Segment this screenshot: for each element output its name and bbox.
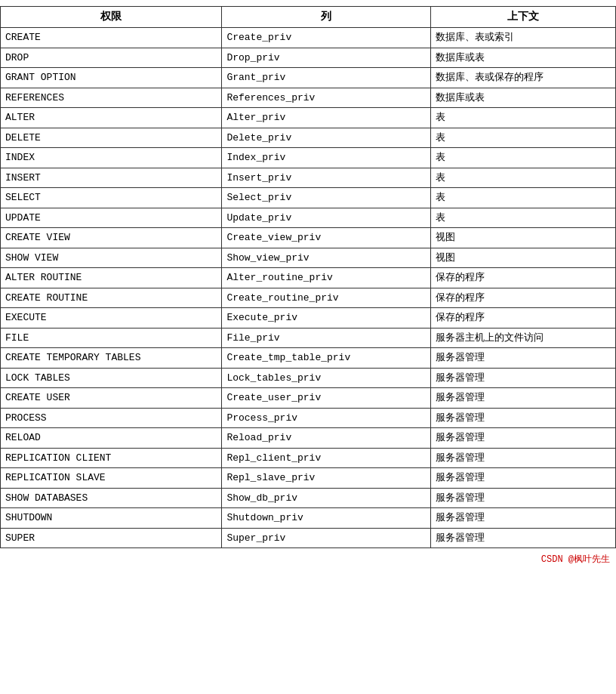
cell-priv: SHOW VIEW (1, 248, 222, 268)
cell-priv: ALTER (1, 108, 222, 128)
cell-col: References_priv (222, 88, 431, 108)
cell-priv: EXECUTE (1, 308, 222, 328)
cell-col: Delete_priv (222, 128, 431, 148)
cell-col: Grant_priv (222, 68, 431, 88)
cell-priv: RELOAD (1, 428, 222, 449)
cell-ctx: 表 (431, 148, 616, 168)
table-row: DELETEDelete_priv表 (1, 128, 616, 148)
cell-priv: CREATE TEMPORARY TABLES (1, 348, 222, 369)
cell-col: Create_priv (222, 28, 431, 48)
cell-priv: ALTER ROUTINE (1, 268, 222, 288)
cell-ctx: 表 (431, 208, 616, 228)
cell-priv: SELECT (1, 188, 222, 208)
cell-ctx: 表 (431, 128, 616, 148)
cell-ctx: 服务器主机上的文件访问 (431, 328, 616, 348)
cell-ctx: 数据库、表或索引 (431, 28, 616, 48)
cell-col: File_priv (222, 328, 431, 348)
table-row: FILEFile_priv服务器主机上的文件访问 (1, 328, 616, 348)
cell-ctx: 保存的程序 (431, 268, 616, 288)
cell-col: Create_routine_priv (222, 288, 431, 308)
cell-priv: REPLICATION SLAVE (1, 468, 222, 489)
table-row: SHOW DATABASESShow_db_priv服务器管理 (1, 488, 616, 508)
table-row: CREATE TEMPORARY TABLESCreate_tmp_table_… (1, 348, 616, 369)
cell-col: Update_priv (222, 208, 431, 228)
table-row: RELOADReload_priv服务器管理 (1, 428, 616, 449)
cell-priv: DROP (1, 48, 222, 68)
cell-priv: FILE (1, 328, 222, 348)
cell-col: Insert_priv (222, 168, 431, 188)
header-col: 列 (222, 7, 431, 28)
cell-ctx: 表 (431, 168, 616, 188)
cell-priv: CREATE (1, 28, 222, 48)
table-row: GRANT OPTIONGrant_priv数据库、表或保存的程序 (1, 68, 616, 88)
cell-ctx: 服务器管理 (431, 368, 616, 388)
table-row: PROCESSProcess_priv服务器管理 (1, 408, 616, 428)
cell-priv: CREATE VIEW (1, 228, 222, 248)
cell-col: Select_priv (222, 188, 431, 208)
cell-ctx: 视图 (431, 228, 616, 248)
cell-ctx: 数据库或表 (431, 48, 616, 68)
table-row: SHUTDOWNShutdown_priv服务器管理 (1, 508, 616, 529)
table-row: LOCK TABLESLock_tables_priv服务器管理 (1, 368, 616, 388)
cell-ctx: 服务器管理 (431, 348, 616, 369)
cell-ctx: 服务器管理 (431, 488, 616, 508)
table-row: INDEXIndex_priv表 (1, 148, 616, 168)
table-row: INSERTInsert_priv表 (1, 168, 616, 188)
cell-priv: SUPER (1, 528, 222, 548)
cell-col: Shutdown_priv (222, 508, 431, 529)
table-header: 权限 列 上下文 (1, 7, 616, 28)
table-row: CREATE VIEWCreate_view_priv视图 (1, 228, 616, 248)
cell-ctx: 保存的程序 (431, 308, 616, 328)
cell-priv: REPLICATION CLIENT (1, 448, 222, 468)
cell-priv: INSERT (1, 168, 222, 188)
cell-priv: DELETE (1, 128, 222, 148)
cell-col: Alter_priv (222, 108, 431, 128)
cell-ctx: 服务器管理 (431, 408, 616, 428)
cell-col: Index_priv (222, 148, 431, 168)
cell-priv: LOCK TABLES (1, 368, 222, 388)
cell-priv: UPDATE (1, 208, 222, 228)
cell-col: Repl_slave_priv (222, 468, 431, 489)
cell-col: Alter_routine_priv (222, 268, 431, 288)
table-body: CREATECreate_priv数据库、表或索引DROPDrop_priv数据… (1, 28, 616, 548)
table-row: CREATECreate_priv数据库、表或索引 (1, 28, 616, 48)
cell-ctx: 保存的程序 (431, 288, 616, 308)
cell-priv: PROCESS (1, 408, 222, 428)
cell-priv: SHUTDOWN (1, 508, 222, 529)
cell-ctx: 服务器管理 (431, 528, 616, 548)
table-row: SHOW VIEWShow_view_priv视图 (1, 248, 616, 268)
cell-ctx: 服务器管理 (431, 428, 616, 449)
cell-col: Show_view_priv (222, 248, 431, 268)
table-row: ALTERAlter_priv表 (1, 108, 616, 128)
table-row: DROPDrop_priv数据库或表 (1, 48, 616, 68)
table-row: REPLICATION SLAVERepl_slave_priv服务器管理 (1, 468, 616, 489)
table-row: CREATE ROUTINECreate_routine_priv保存的程序 (1, 288, 616, 308)
table-row: REPLICATION CLIENTRepl_client_priv服务器管理 (1, 448, 616, 468)
cell-priv: REFERENCES (1, 88, 222, 108)
cell-ctx: 服务器管理 (431, 388, 616, 409)
cell-col: Lock_tables_priv (222, 368, 431, 388)
table-row: REFERENCESReferences_priv数据库或表 (1, 88, 616, 108)
cell-ctx: 服务器管理 (431, 468, 616, 489)
cell-ctx: 服务器管理 (431, 508, 616, 529)
cell-col: Super_priv (222, 528, 431, 548)
header-row: 权限 列 上下文 (1, 7, 616, 28)
cell-col: Process_priv (222, 408, 431, 428)
cell-priv: SHOW DATABASES (1, 488, 222, 508)
table-row: ALTER ROUTINEAlter_routine_priv保存的程序 (1, 268, 616, 288)
privileges-table: 权限 列 上下文 CREATECreate_priv数据库、表或索引DROPDr… (0, 6, 616, 548)
cell-ctx: 数据库、表或保存的程序 (431, 68, 616, 88)
cell-col: Repl_client_priv (222, 448, 431, 468)
cell-ctx: 服务器管理 (431, 448, 616, 468)
cell-col: Show_db_priv (222, 488, 431, 508)
cell-ctx: 表 (431, 108, 616, 128)
cell-priv: CREATE USER (1, 388, 222, 409)
cell-col: Drop_priv (222, 48, 431, 68)
table-row: SELECTSelect_priv表 (1, 188, 616, 208)
header-priv: 权限 (1, 7, 222, 28)
cell-priv: INDEX (1, 148, 222, 168)
cell-ctx: 数据库或表 (431, 88, 616, 108)
cell-col: Create_view_priv (222, 228, 431, 248)
page-wrapper: 权限 列 上下文 CREATECreate_priv数据库、表或索引DROPDr… (0, 0, 616, 694)
table-row: CREATE USERCreate_user_priv服务器管理 (1, 388, 616, 409)
